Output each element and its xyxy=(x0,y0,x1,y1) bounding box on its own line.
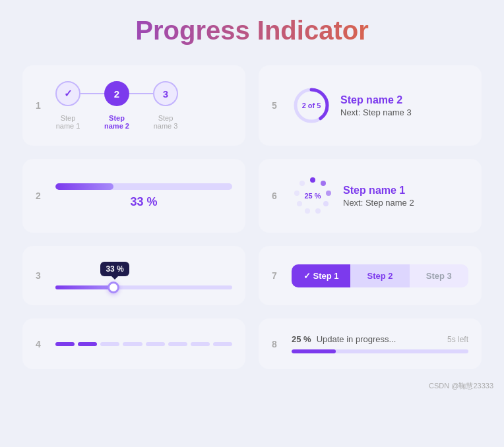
update-info: 25 % Update in progress... 5s left xyxy=(292,334,468,344)
svg-point-7 xyxy=(305,208,310,214)
step-info-5: Step name 2 Next: Step name 3 xyxy=(340,94,412,117)
progress-fill xyxy=(55,183,113,190)
step-line-1 xyxy=(80,93,104,94)
card-6: 6 25 % Step name 1 Nex xyxy=(259,159,482,233)
update-fill xyxy=(292,349,336,353)
step-row: ✓ 2 3 xyxy=(55,81,178,106)
step-tab-2[interactable]: Step 2 xyxy=(350,264,409,287)
step-line-2 xyxy=(129,93,153,94)
slider-tooltip: 33 % xyxy=(100,262,129,276)
card-3: 3 33 % xyxy=(22,246,245,305)
step-tabs: ✓ Step 1 Step 2 Step 3 xyxy=(292,264,468,287)
svg-point-5 xyxy=(323,201,329,206)
update-message: Update in progress... xyxy=(317,334,442,344)
card-5: 5 2 of 5 Step name 2 Next: Step name 3 xyxy=(259,65,482,146)
step-circle-3: 3 xyxy=(153,81,178,106)
dash-seg-6 xyxy=(168,342,187,346)
card-8: 8 25 % Update in progress... 5s left xyxy=(259,318,482,369)
step-circle-1: ✓ xyxy=(55,81,80,106)
dots-ring-text: 25 % xyxy=(304,192,321,200)
section-num-5: 5 xyxy=(272,100,284,111)
step-circle-2: 2 xyxy=(104,81,129,106)
update-track xyxy=(292,349,468,353)
update-time: 5s left xyxy=(447,335,468,344)
section-num-4: 4 xyxy=(36,339,47,349)
section-num-6: 6 xyxy=(272,191,284,201)
card-4: 4 xyxy=(22,318,245,369)
circ-text: 2 of 5 xyxy=(302,102,321,109)
section-num-3: 3 xyxy=(36,270,47,281)
dash-seg-8 xyxy=(213,342,232,346)
circular-progress: 2 of 5 xyxy=(292,86,331,125)
dash-seg-3 xyxy=(100,342,119,346)
slider-thumb[interactable] xyxy=(108,282,119,293)
step-tab-3[interactable]: Step 3 xyxy=(410,264,468,287)
step-title-6: Step name 1 xyxy=(343,185,414,196)
section-num-1: 1 xyxy=(36,100,47,111)
svg-point-10 xyxy=(299,181,305,186)
svg-point-9 xyxy=(294,191,299,196)
dashed-progress xyxy=(55,342,232,346)
card5-content: 2 of 5 Step name 2 Next: Step name 3 xyxy=(292,86,468,125)
page-title: Progress Indicator xyxy=(0,0,504,59)
step-indicator: ✓ 2 3 Step name 1 Step name 2 Step name … xyxy=(55,81,232,130)
watermark: CSDN @鞠慧23333 xyxy=(0,376,504,396)
card-1: 1 ✓ 2 3 Step name 1 Step name 2 Step nam… xyxy=(22,65,245,146)
slider-fill xyxy=(55,285,113,289)
card6-content: 25 % Step name 1 Next: Step name 2 xyxy=(292,175,468,217)
step-info-6: Step name 1 Next: Step name 2 xyxy=(343,185,414,208)
dash-seg-4 xyxy=(123,342,142,346)
dash-seg-1 xyxy=(55,342,75,346)
slider-track xyxy=(55,285,232,289)
update-percent: 25 % xyxy=(292,334,311,344)
slider: 33 % xyxy=(55,262,232,289)
step-next-6: Next: Step name 2 xyxy=(343,198,414,208)
dash-seg-5 xyxy=(146,342,165,346)
dots-ring: 25 % xyxy=(292,175,334,217)
section-num-8: 8 xyxy=(272,339,284,349)
dash-seg-2 xyxy=(78,342,97,346)
step-labels: Step name 1 Step name 2 Step name 3 xyxy=(55,114,178,130)
card-2: 2 33 % xyxy=(22,159,245,233)
svg-point-6 xyxy=(315,208,321,214)
svg-point-2 xyxy=(310,177,315,183)
svg-point-4 xyxy=(326,191,331,196)
section-num-2: 2 xyxy=(36,191,47,201)
step-label-3: Step name 3 xyxy=(153,114,178,130)
progress-label: 33 % xyxy=(130,195,157,209)
card-7: 7 ✓ Step 1 Step 2 Step 3 xyxy=(259,246,482,305)
step-label-2: Step name 2 xyxy=(104,114,129,130)
step-title-5: Step name 2 xyxy=(340,94,412,106)
section-num-7: 7 xyxy=(272,270,284,281)
step-tab-1[interactable]: ✓ Step 1 xyxy=(292,264,350,287)
update-progress: 25 % Update in progress... 5s left xyxy=(292,334,468,353)
dash-seg-7 xyxy=(191,342,210,346)
progress-track xyxy=(55,183,232,190)
step-label-1: Step name 1 xyxy=(55,114,80,130)
svg-point-8 xyxy=(297,201,302,206)
main-grid: 1 ✓ 2 3 Step name 1 Step name 2 Step nam… xyxy=(0,59,504,376)
svg-point-3 xyxy=(321,181,326,186)
progress-bar: 33 % xyxy=(55,183,232,209)
step-next-5: Next: Step name 3 xyxy=(340,107,412,117)
